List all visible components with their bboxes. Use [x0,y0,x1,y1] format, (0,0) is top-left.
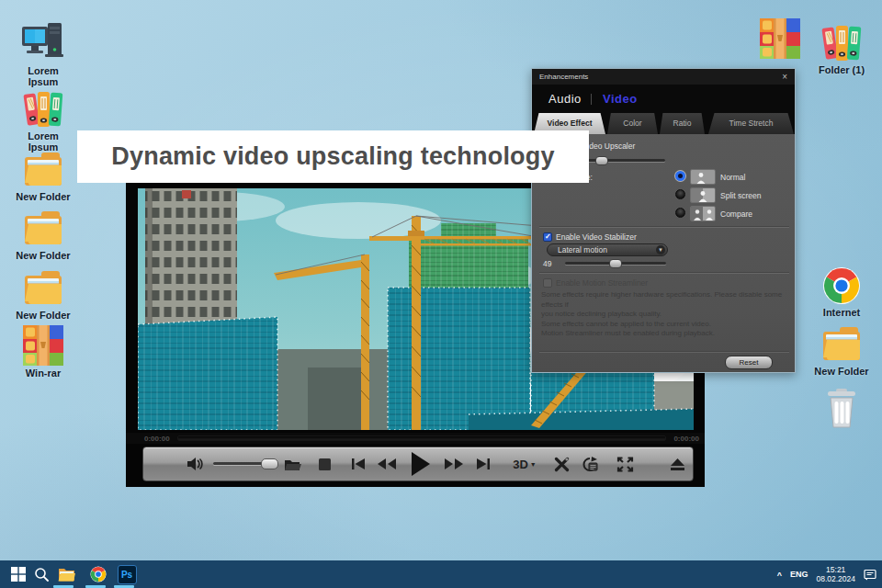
eject-button[interactable] [668,447,686,481]
volume-slider[interactable] [213,462,277,465]
previous-button[interactable] [347,447,368,481]
chrome-taskbar-button[interactable] [87,560,109,588]
streamliner-checkbox[interactable] [543,278,552,288]
reset-button[interactable]: Reset [725,356,773,369]
binders-icon [14,86,73,129]
folder-icon-svg [22,269,64,308]
desktop-icon-winrar[interactable]: Win-rar [14,323,73,379]
taskbar: Ps ^ ENG 15:21 08.02.2024 [0,560,882,588]
desktop: Lorem Ipsum [0,0,882,588]
play-icon [411,452,431,476]
mode-split-label: Split screen [720,191,761,200]
close-icon[interactable]: × [782,73,787,82]
clock-time: 15:21 [816,565,855,574]
tray-chevron-icon[interactable]: ^ [777,571,782,580]
rewind-icon [378,458,396,470]
volume-slider-knob[interactable] [261,458,278,469]
mode-compare-label: Compare [720,209,752,219]
stabilizer-dropdown[interactable]: Lateral motion ▼ [547,243,668,256]
promo-banner: Dynamic video upscaling technology [77,130,589,183]
play-button[interactable] [408,447,434,481]
volume-button[interactable] [185,447,207,481]
streamliner-label: Enable Motion Streamliner [556,278,648,288]
photoshop-taskbar-button[interactable]: Ps [116,560,138,588]
search-button[interactable] [30,560,52,588]
language-indicator[interactable]: ENG [790,570,808,579]
person-icon [691,170,715,184]
header-divider [591,94,592,105]
compare-person-icon [691,207,715,220]
next-button[interactable] [473,447,493,481]
mode-compare-radio[interactable] [675,208,685,218]
next-icon [477,458,491,470]
winrar-icon-svg [23,325,63,366]
winrar-icon [14,323,73,366]
file-explorer-button[interactable] [55,560,77,588]
desktop-icon-new-folder-2[interactable]: New Folder [14,206,73,261]
explorer-folder-icon [58,567,75,582]
binders-icon-svg [820,22,863,62]
desktop-icon-label: New Folder [14,191,73,202]
dialog-titlebar[interactable]: Enhancements × [532,69,795,85]
computer-icon-svg [20,21,66,63]
seek-bar[interactable] [177,435,667,441]
tab-color[interactable]: Color [607,113,658,134]
tools-button[interactable] [551,447,571,481]
mode-split-radio[interactable] [675,189,685,199]
progress-strip: 0:00:00 0:00:00 [126,433,705,444]
chevron-down-icon: ▼ [530,461,537,468]
tab-audio[interactable]: Audio [548,92,582,106]
search-icon [34,567,49,582]
rewind-button[interactable] [375,447,399,481]
desktop-icon-new-folder-1[interactable]: New Folder [14,147,73,202]
desktop-icon-label: New Folder [14,310,73,321]
desktop-icon-winrar-right[interactable] [759,17,801,59]
tools-icon [554,457,570,472]
threed-mode-button[interactable]: 3D▼ [509,447,540,481]
dialog-header: Audio Video [532,85,795,113]
desktop-icon-recycle-bin[interactable] [812,386,871,428]
fast-forward-button[interactable] [442,447,466,481]
stop-button[interactable] [315,447,334,481]
chevron-down-icon: ▼ [656,245,665,254]
mode-normal-radio[interactable] [675,171,685,181]
capture-rotate-icon [582,457,599,472]
desktop-icon-folder-1[interactable]: Folder (1) [812,20,871,75]
folder-icon [14,206,73,248]
mode-normal-thumbnail [690,169,716,185]
volume-icon [187,457,205,471]
system-tray: ^ ENG 15:21 08.02.2024 [777,560,876,588]
tab-ratio[interactable]: Ratio [660,113,705,134]
desktop-icon-computer[interactable]: Lorem Ipsum [14,21,73,87]
upscaler-slider-thumb[interactable] [595,156,608,165]
fast-forward-icon [445,458,463,470]
desktop-icon-binders[interactable]: Lorem Ipsum [14,86,73,153]
open-file-button[interactable] [282,447,304,481]
capture-rotate-button[interactable] [579,447,601,481]
desktop-icon-label: Win-rar [14,368,73,379]
folder-icon [14,266,73,308]
stabilizer-checkbox[interactable] [543,232,552,242]
desktop-icon-new-folder-3[interactable]: New Folder [14,266,73,321]
tab-time-stretch[interactable]: Time Stretch [708,113,794,134]
computer-icon [14,21,73,63]
threed-label: 3D [513,458,528,471]
windows-icon [11,567,26,582]
dropdown-value: Lateral motion [558,245,607,254]
start-button[interactable] [7,560,29,588]
clock[interactable]: 15:21 08.02.2024 [816,565,855,583]
stabilizer-slider-thumb[interactable] [609,259,622,268]
divider [539,351,789,352]
note-line: you notice declining playback quality. [541,310,789,320]
divider [539,272,789,273]
stabilizer-value: 49 [543,259,551,268]
fullscreen-button[interactable] [613,447,637,481]
desktop-icon-label: New Folder [14,250,73,261]
folder-icon-svg [22,209,64,248]
winrar-icon-svg [760,18,800,59]
notification-icon[interactable] [864,569,876,581]
stabilizer-slider[interactable] [565,262,666,265]
mode-split-thumbnail [690,187,716,203]
open-folder-icon [284,458,302,471]
desktop-icon-label: Lorem Ipsum [14,65,73,87]
